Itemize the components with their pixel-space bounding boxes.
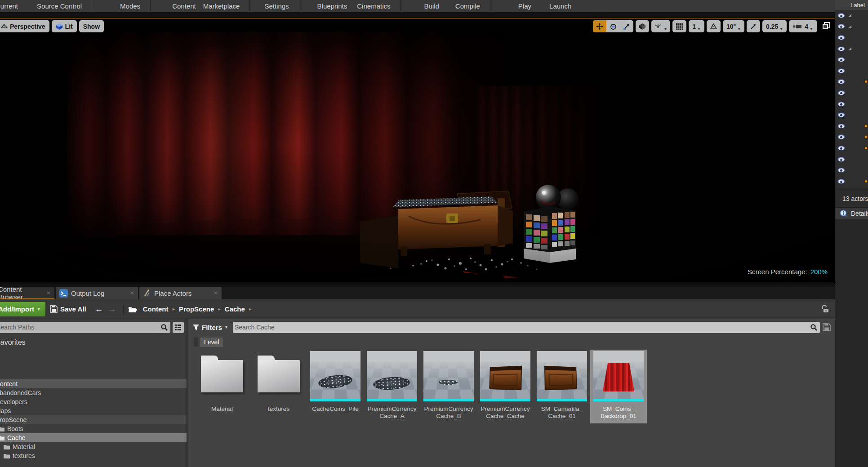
filters-label: Filters: [202, 324, 222, 331]
lock-browser-button[interactable]: [821, 305, 829, 313]
menu-modes[interactable]: Modes: [120, 2, 140, 12]
camera-speed-button[interactable]: 4 ▼: [789, 20, 817, 32]
unlock-icon: [821, 305, 829, 313]
tree-item-cache[interactable]: Cache: [0, 433, 187, 442]
level-viewport[interactable]: Perspective Lit Show: [0, 18, 835, 282]
expander-arrow-icon[interactable]: ◢: [848, 13, 851, 18]
back-button[interactable]: ←: [95, 304, 103, 314]
asset-tile-cachecoins-pile[interactable]: CacheCoins_Pile: [307, 350, 364, 416]
tab-output-log[interactable]: Output Log ✕: [56, 287, 138, 299]
tab-content-browser[interactable]: Content Browser ✕: [0, 287, 54, 299]
menu-compile[interactable]: Compile: [455, 2, 480, 12]
surface-snapping-button[interactable]: ▼: [651, 20, 670, 32]
scale-tool-button[interactable]: [620, 20, 633, 32]
maximize-icon: [822, 21, 831, 30]
search-icon: [160, 324, 168, 333]
lit-mode-button[interactable]: Lit: [52, 20, 77, 32]
sources-view-options-button[interactable]: [173, 322, 184, 333]
grid-snap-toggle[interactable]: [672, 20, 686, 32]
outliner-actor-row[interactable]: [835, 109, 868, 120]
tree-item-content[interactable]: Content: [0, 379, 187, 388]
menu-build[interactable]: Build: [424, 2, 439, 12]
outliner-actor-row[interactable]: [835, 120, 868, 132]
menu-play[interactable]: Play: [518, 2, 531, 12]
close-icon[interactable]: ✕: [207, 290, 218, 296]
perspective-button[interactable]: Perspective: [0, 20, 49, 32]
asset-tile-sm-camarilla-cache[interactable]: SM_Camarilla_ Cache_01: [534, 350, 590, 423]
menu-cinematics[interactable]: Cinematics: [357, 2, 390, 12]
save-all-button[interactable]: Save All: [50, 305, 86, 313]
expander-arrow-icon[interactable]: ◢: [848, 24, 851, 29]
tree-item-developers[interactable]: Developers: [0, 397, 187, 406]
asset-grid: Material textures CacheCoins_Pile P: [187, 350, 835, 423]
close-icon[interactable]: ✕: [40, 290, 51, 296]
expander-arrow-icon[interactable]: ◢: [848, 46, 851, 51]
close-icon[interactable]: ✕: [124, 290, 134, 296]
asset-tile-premiumcurrencycache-cache[interactable]: PremiumCurrency Cache_Cache: [477, 350, 534, 423]
breadcrumb-cache[interactable]: Cache: [225, 305, 245, 313]
save-all-label: Save All: [60, 305, 86, 313]
outliner-actor-row[interactable]: [835, 65, 868, 76]
tree-item-propscene[interactable]: PropScene: [0, 415, 187, 424]
search-paths-input[interactable]: [0, 324, 170, 331]
rotation-snap-value-button[interactable]: 10° ▼: [723, 20, 744, 32]
outliner-actor-row[interactable]: [835, 176, 868, 187]
scale-snap-toggle[interactable]: [747, 20, 760, 32]
breadcrumb-content[interactable]: Content: [143, 305, 169, 313]
outliner-label-column-header[interactable]: Label: [835, 0, 868, 10]
level-filter-chip[interactable]: Level: [200, 338, 223, 347]
dropdown-caret: ▼: [663, 27, 667, 31]
breadcrumb-propscene[interactable]: PropScene: [179, 305, 214, 313]
menu-launch[interactable]: Launch: [549, 2, 571, 12]
outliner-actor-row[interactable]: [835, 165, 868, 176]
camera-speed-value: 4: [805, 23, 808, 30]
tree-item-textures[interactable]: textures: [0, 451, 187, 460]
tab-place-actors[interactable]: Place Actors ✕: [139, 287, 222, 299]
menu-content[interactable]: Content: [172, 2, 196, 12]
tree-item-abandonedcars[interactable]: AbandonedCars: [0, 388, 187, 397]
outliner-actor-row[interactable]: [835, 54, 868, 65]
asset-tile-textures-folder[interactable]: textures: [250, 350, 307, 416]
asset-tile-premiumcurrencycache-b[interactable]: PremiumCurrency Cache_B: [420, 350, 477, 423]
search-assets-input[interactable]: [233, 324, 820, 331]
scale-snap-value-button[interactable]: 0.25 ▼: [762, 20, 787, 32]
filters-button[interactable]: Filters ▼: [193, 324, 228, 331]
menu-settings[interactable]: Settings: [264, 2, 289, 12]
save-search-button[interactable]: [823, 323, 831, 331]
maximize-viewport-button[interactable]: [822, 21, 831, 30]
outliner-actor-row[interactable]: ◢: [835, 43, 868, 54]
asset-tile-material-folder[interactable]: Material: [194, 350, 250, 416]
move-tool-button[interactable]: [593, 20, 606, 32]
outliner-actor-row[interactable]: [835, 87, 868, 98]
outliner-actor-row[interactable]: [835, 154, 868, 165]
add-import-button[interactable]: Add/Import ▼: [0, 302, 45, 316]
static-mesh-thumbnail: [367, 351, 417, 401]
asset-label: Material: [211, 405, 233, 413]
menu-marketplace[interactable]: Marketplace: [203, 2, 240, 12]
rotate-tool-button[interactable]: [606, 20, 620, 32]
tab-label: Place Actors: [154, 289, 191, 297]
rotation-snap-toggle[interactable]: [707, 20, 721, 32]
tree-item-material[interactable]: Material: [0, 442, 187, 451]
tree-item-boots[interactable]: Boots: [0, 424, 187, 433]
outliner-actor-row[interactable]: [835, 76, 868, 88]
outliner-actor-row[interactable]: [835, 32, 868, 43]
outliner-actor-row[interactable]: [835, 132, 868, 143]
show-menu-button[interactable]: Show: [79, 20, 104, 32]
world-local-toggle[interactable]: [636, 20, 649, 32]
outliner-actor-row[interactable]: ◢: [835, 10, 868, 21]
menu-blueprints[interactable]: Blueprints: [317, 2, 347, 12]
camera-icon: [793, 23, 802, 30]
outliner-actor-row[interactable]: [835, 142, 868, 154]
asset-tile-sm-coins-backdrop[interactable]: SM_Coins_ Backdrop_01: [590, 350, 647, 423]
grid-snap-value-button[interactable]: 1 ▼: [689, 20, 704, 32]
tree-item-maps[interactable]: Maps: [0, 406, 187, 415]
outliner-actor-row[interactable]: [835, 98, 868, 110]
window-gap: [0, 12, 835, 18]
asset-tile-premiumcurrencycache-a[interactable]: PremiumCurrency Cache_A: [364, 350, 420, 423]
tab-details[interactable]: Details: [835, 207, 868, 219]
outliner-actor-row[interactable]: ◢: [835, 21, 868, 32]
collapse-filters-button[interactable]: [194, 338, 198, 347]
menu-current[interactable]: Current: [0, 2, 18, 12]
menu-source-control[interactable]: Source Control: [37, 2, 82, 12]
